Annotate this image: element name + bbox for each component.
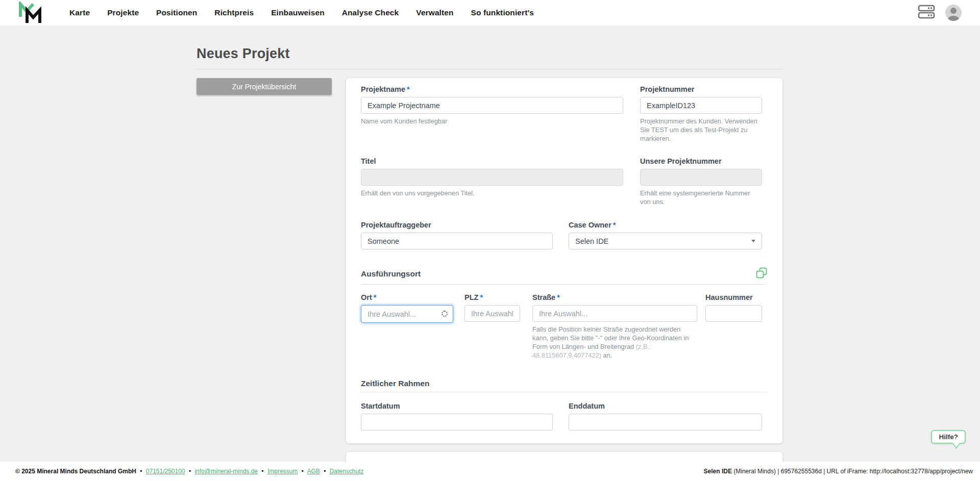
startdatum-label: Startdatum xyxy=(361,402,553,410)
startdatum-input[interactable] xyxy=(361,414,553,431)
nav-item-analyse-check[interactable]: Analyse Check xyxy=(342,8,399,17)
strasse-label-text: Straße xyxy=(532,293,555,301)
new-project-form-card: Projektname* Name vom Kunden festlegbar … xyxy=(346,78,782,443)
zeitlicher-rahmen-heading: Zeitlicher Rahmen xyxy=(361,379,429,388)
top-nav-bar: Karte Projekte Positionen Richtpreis Ein… xyxy=(0,0,980,26)
back-to-project-overview-button[interactable]: Zur Projektübersicht xyxy=(197,78,332,95)
nav-item-einbauweisen[interactable]: Einbauweisen xyxy=(271,8,325,17)
ort-label-text: Ort xyxy=(361,293,372,301)
projektname-label-text: Projektname xyxy=(361,85,405,93)
projektnummer-label: Projektnummer xyxy=(640,85,762,93)
projektnummer-helper: Projektnummer des Kunden. Verwenden Sie … xyxy=(640,117,762,143)
required-marker: * xyxy=(480,293,483,301)
ort-input[interactable] xyxy=(361,305,453,323)
strasse-input[interactable] xyxy=(532,305,697,322)
enddatum-label: Enddatum xyxy=(569,402,762,410)
main-area: Neues Projekt Zur Projektübersicht Proje… xyxy=(0,26,980,462)
footer-session-detail: (Mineral Minds) | 69576255536d | URL of … xyxy=(732,468,973,475)
projektauftraggeber-label: Projektauftraggeber xyxy=(361,221,553,229)
nav-item-karte[interactable]: Karte xyxy=(69,8,90,17)
unsere-projektnummer-label: Unsere Projektnummer xyxy=(640,157,762,165)
footer-separator: • xyxy=(261,468,263,475)
plz-label-text: PLZ xyxy=(464,293,478,301)
case-owner-select[interactable]: Selen IDE xyxy=(569,233,762,249)
footer-link-agb[interactable]: AGB xyxy=(307,468,320,475)
chevron-down-icon xyxy=(751,240,755,242)
form-row-titel: Titel Erhält den von uns vorgegebenen Ti… xyxy=(361,157,767,207)
form-row-dates: Startdatum Enddatum xyxy=(361,402,767,431)
required-marker: * xyxy=(613,221,616,229)
case-owner-label-text: Case Owner xyxy=(569,221,611,229)
projektname-input[interactable] xyxy=(361,97,623,114)
nav-item-verwalten[interactable]: Verwalten xyxy=(416,8,453,17)
strasse-label: Straße* xyxy=(532,293,697,301)
nav-item-richtpreis[interactable]: Richtpreis xyxy=(214,8,254,17)
section-ausfuehrungsort: Ausführungsort xyxy=(361,267,767,285)
next-form-card-partial xyxy=(346,452,782,462)
ausfuehrungsort-divider xyxy=(361,284,767,285)
footer-separator: • xyxy=(302,468,304,475)
header-actions xyxy=(918,5,962,21)
required-marker: * xyxy=(557,293,560,301)
footer: © 2025 Mineral Minds Deutschland GmbH • … xyxy=(0,462,980,481)
form-row-name-number: Projektname* Name vom Kunden festlegbar … xyxy=(361,85,767,143)
server-rows-icon[interactable] xyxy=(918,5,935,21)
ort-label: Ort* xyxy=(361,293,453,301)
required-marker: * xyxy=(407,85,410,93)
copy-icon[interactable] xyxy=(756,267,767,281)
titel-label: Titel xyxy=(361,157,623,165)
projektname-helper: Name vom Kunden festlegbar xyxy=(361,117,623,126)
ausfuehrungsort-heading: Ausführungsort xyxy=(361,269,421,279)
footer-user-name: Selen IDE xyxy=(704,468,732,475)
footer-link-datenschutz[interactable]: Datenschutz xyxy=(330,468,364,475)
projektauftraggeber-input[interactable] xyxy=(361,233,553,249)
section-zeitlicher-rahmen: Zeitlicher Rahmen xyxy=(361,379,767,392)
nav-item-projekte[interactable]: Projekte xyxy=(107,8,139,17)
hausnummer-input[interactable] xyxy=(705,305,762,322)
form-row-address: Ort* PLZ* xyxy=(361,293,767,360)
strasse-helper-suffix: an. xyxy=(601,351,612,359)
case-owner-label: Case Owner* xyxy=(569,221,762,229)
title-divider xyxy=(197,69,782,69)
footer-separator: • xyxy=(140,468,142,475)
form-row-auftraggeber-owner: Projektauftraggeber Case Owner* Selen ID… xyxy=(361,221,767,249)
plz-label: PLZ* xyxy=(464,293,520,301)
footer-link-impressum[interactable]: Impressum xyxy=(267,468,298,475)
avatar-head xyxy=(950,8,957,14)
footer-session-info: Selen IDE (Mineral Minds) | 69576255536d… xyxy=(704,468,973,475)
footer-separator: • xyxy=(324,468,326,475)
hausnummer-label: Hausnummer xyxy=(705,293,762,301)
footer-copyright: © 2025 Mineral Minds Deutschland GmbH xyxy=(15,468,136,475)
main-nav: Karte Projekte Positionen Richtpreis Ein… xyxy=(69,8,534,17)
avatar-body xyxy=(948,16,959,21)
projektnummer-input[interactable] xyxy=(640,97,762,114)
case-owner-selected-value: Selen IDE xyxy=(575,237,608,245)
footer-separator: • xyxy=(189,468,191,475)
strasse-helper: Falls die Position keiner Straße zugeord… xyxy=(532,325,697,360)
strasse-helper-main: Falls die Position keiner Straße zugeord… xyxy=(532,325,689,350)
nav-item-positionen[interactable]: Positionen xyxy=(156,8,197,17)
mineral-minds-logo-icon[interactable] xyxy=(18,2,43,24)
footer-left: © 2025 Mineral Minds Deutschland GmbH • … xyxy=(15,468,363,475)
zeitlicher-rahmen-divider xyxy=(361,392,767,392)
unsere-projektnummer-helper: Erhält eine systemgenerierte Nummer von … xyxy=(640,189,762,207)
plz-input[interactable] xyxy=(464,305,520,322)
projektname-label: Projektname* xyxy=(361,85,623,93)
titel-input xyxy=(361,169,623,186)
unsere-projektnummer-input xyxy=(640,169,762,186)
enddatum-input[interactable] xyxy=(569,414,762,431)
page-title: Neues Projekt xyxy=(197,46,782,62)
user-avatar-icon[interactable] xyxy=(945,5,962,21)
footer-link-email[interactable]: info@mineral-minds.de xyxy=(194,468,258,475)
footer-link-phone[interactable]: 07151/250100 xyxy=(146,468,185,475)
help-button[interactable]: Hilfe? xyxy=(931,430,966,444)
nav-item-so-funktionierts[interactable]: So funktioniert's xyxy=(471,8,534,17)
titel-helper: Erhält den von uns vorgegebenen Titel. xyxy=(361,189,623,198)
required-marker: * xyxy=(374,293,377,301)
